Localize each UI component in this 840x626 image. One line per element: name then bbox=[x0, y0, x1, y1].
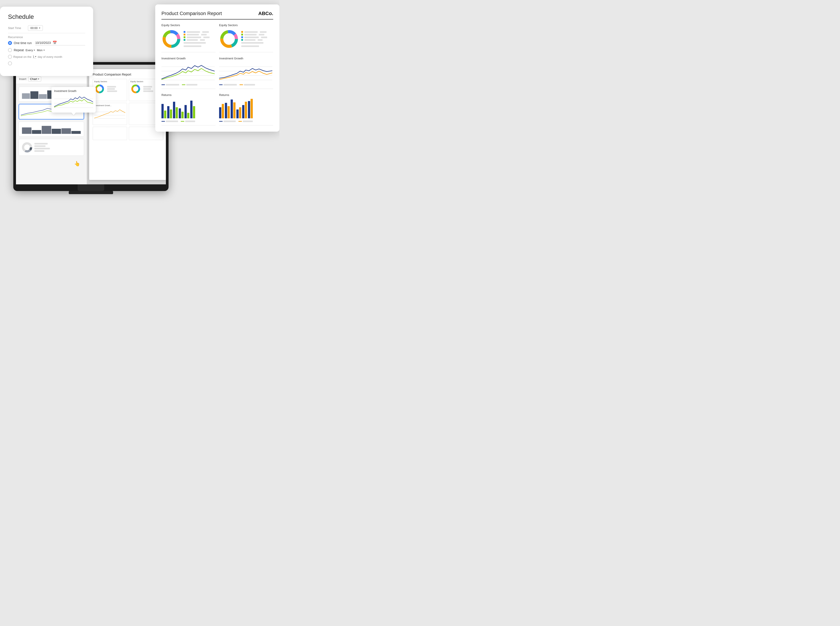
mini-bar-chart-2 bbox=[20, 124, 82, 135]
bar-chart-2 bbox=[219, 99, 273, 119]
line-legend-text bbox=[223, 121, 236, 122]
line-legend-item bbox=[239, 121, 253, 122]
mon-dropdown[interactable]: Mon ▾ bbox=[37, 49, 45, 52]
schedule-card: Schedule Start Time 00:00 ▾ Recurrence O… bbox=[0, 7, 93, 76]
line-legend-item bbox=[162, 84, 179, 86]
day-dropdown[interactable]: 1 ▾ bbox=[33, 55, 36, 58]
report-brand: ABCo. bbox=[258, 11, 273, 16]
line-chart-1 bbox=[162, 62, 215, 82]
legend-bar-extra bbox=[184, 42, 206, 44]
repeat-radio[interactable] bbox=[8, 48, 12, 52]
start-time-dropdown[interactable]: 00:00 ▾ bbox=[28, 25, 43, 31]
bar-segment bbox=[162, 104, 164, 118]
legend-dot bbox=[241, 39, 243, 41]
legend-line bbox=[241, 31, 267, 33]
legend-line bbox=[184, 39, 210, 41]
legend-bar bbox=[203, 36, 210, 38]
legend-bar bbox=[35, 146, 46, 147]
legend-bar bbox=[244, 39, 256, 41]
one-time-radio[interactable] bbox=[8, 41, 12, 45]
ps-chart-label: Chart bbox=[30, 77, 37, 81]
ps-chart-dropdown[interactable]: Chart ▾ bbox=[28, 77, 41, 81]
thumb-line-growth[interactable]: Investment Growth bbox=[19, 104, 84, 119]
bar-group bbox=[248, 99, 253, 118]
every-label: Every bbox=[25, 49, 33, 52]
returns-legend-2 bbox=[219, 121, 273, 122]
mini-donut-area bbox=[20, 141, 82, 154]
line-legend-text bbox=[243, 121, 253, 122]
one-time-label: One time run bbox=[14, 41, 32, 45]
mini-donut-svg bbox=[22, 142, 33, 153]
bar-segment bbox=[164, 111, 166, 118]
repeat-on-row[interactable]: Repeat on the 1 ▾ day of every month bbox=[8, 55, 85, 59]
thumb-bar-2[interactable] bbox=[19, 122, 84, 137]
date-value: 10/10/2023 bbox=[35, 41, 51, 45]
empty-radio[interactable] bbox=[8, 61, 12, 66]
legend-dot bbox=[184, 36, 185, 38]
legend-line bbox=[184, 31, 210, 33]
slide-cell-title-growth: Investment Growt... bbox=[94, 104, 126, 106]
thumb-donut[interactable] bbox=[19, 139, 84, 156]
report-card: Product Comparison Report ABCo. Equity S… bbox=[155, 5, 279, 131]
cursor-icon: 👆 bbox=[74, 161, 80, 167]
report-section-equity-2: Equity Sectors bbox=[219, 23, 273, 52]
legend-dot bbox=[241, 31, 243, 33]
bar-segment bbox=[251, 99, 253, 118]
mini-bar bbox=[22, 127, 31, 134]
recurrence-label: Recurrence bbox=[8, 36, 85, 39]
legend-bar-extra bbox=[241, 45, 259, 47]
slide-grid: Equity Sectors bbox=[93, 79, 163, 140]
legend-bar bbox=[107, 86, 116, 88]
slide-donut-svg-2 bbox=[131, 84, 141, 94]
start-time-value: 00:00 bbox=[30, 27, 38, 30]
bar-segment bbox=[222, 104, 224, 118]
line-legend-2 bbox=[219, 84, 273, 86]
bar-segment bbox=[242, 105, 244, 118]
schedule-title: Schedule bbox=[8, 13, 85, 20]
mon-label: Mon bbox=[37, 49, 42, 52]
legend-line bbox=[184, 36, 210, 38]
returns-legend-1 bbox=[162, 121, 215, 122]
bar-group bbox=[162, 104, 166, 118]
monitor: M Presentation Studio Insert Chart ▾ bbox=[13, 62, 168, 194]
repeat-on-radio[interactable] bbox=[8, 55, 12, 59]
legend-bar bbox=[187, 39, 198, 41]
day-num: 1 bbox=[33, 55, 35, 58]
chart-popup-title: Investment Growth bbox=[54, 89, 87, 92]
bar-group bbox=[236, 107, 241, 118]
mini-bar bbox=[39, 94, 47, 99]
bar-group bbox=[185, 105, 189, 118]
bar-segment bbox=[193, 106, 195, 118]
donut-wrap-2 bbox=[219, 29, 273, 49]
slide-growth-svg bbox=[94, 108, 125, 121]
bar-segment bbox=[187, 113, 189, 118]
repeat-row[interactable]: Repeat Every ▾ Mon ▾ bbox=[8, 48, 85, 52]
legend-bar bbox=[200, 39, 205, 41]
bar-segment bbox=[219, 107, 221, 118]
slide-legend-1 bbox=[107, 86, 117, 92]
bar-group bbox=[173, 102, 178, 118]
calendar-icon[interactable]: 📅 bbox=[53, 41, 57, 45]
slide-cell-title-1: Equity Sectors bbox=[94, 80, 126, 83]
one-time-run-row[interactable]: One time run 10/10/2023 📅 bbox=[8, 41, 85, 45]
line-color-blue bbox=[162, 121, 165, 122]
donut-svg-1 bbox=[162, 29, 181, 49]
repeat-on-label: Repeat on the bbox=[13, 55, 31, 58]
chart-popup-graph bbox=[54, 94, 87, 110]
date-field[interactable]: 10/10/2023 📅 bbox=[35, 41, 85, 45]
popup-arrow bbox=[71, 113, 76, 115]
empty-radio-row[interactable] bbox=[8, 61, 85, 66]
bar-segment bbox=[233, 102, 236, 118]
legend-line bbox=[241, 36, 267, 38]
report-header: Product Comparison Report ABCo. bbox=[162, 11, 273, 19]
line-legend-item bbox=[182, 84, 197, 86]
bar-group bbox=[219, 104, 224, 118]
bar-segment bbox=[176, 107, 178, 118]
day-label: day of every month bbox=[38, 55, 62, 58]
bar-group bbox=[242, 102, 247, 118]
line-chart-2 bbox=[219, 62, 273, 82]
slide-legend-2 bbox=[143, 86, 153, 92]
donut-wrap-1 bbox=[162, 29, 215, 49]
every-dropdown[interactable]: Every ▾ bbox=[25, 49, 35, 52]
legend-bar bbox=[187, 36, 201, 38]
